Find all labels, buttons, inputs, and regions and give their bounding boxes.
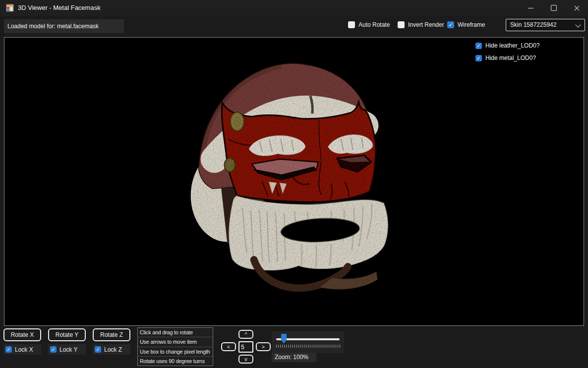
- strap-tail: [319, 271, 378, 289]
- help-line: Click and drag to rotate: [138, 328, 213, 337]
- auto-rotate-box[interactable]: [348, 21, 355, 28]
- lock-y-box[interactable]: [50, 346, 57, 353]
- facemask-3d-model: [4, 38, 584, 325]
- invert-render-label: Invert Render: [408, 21, 444, 28]
- maximize-icon: [551, 5, 557, 11]
- invert-render-checkbox[interactable]: Invert Render: [398, 21, 444, 28]
- lock-z-label: Lock Z: [104, 346, 122, 353]
- chevron-down-icon: [575, 22, 581, 27]
- move-down-button[interactable]: v: [238, 355, 253, 364]
- brass-rivet-small: [224, 158, 235, 172]
- loaded-model-label: Loaded model for: metal.facemask: [4, 19, 124, 33]
- move-up-button[interactable]: ^: [238, 330, 253, 339]
- hide-metal-box[interactable]: [475, 55, 482, 61]
- title-bar: 3D Viewer - Metal Facemask: [0, 0, 588, 16]
- hide-leather-box[interactable]: [475, 43, 482, 49]
- hide-leather-checkbox[interactable]: Hide leather_LOD0?: [475, 42, 539, 49]
- hide-metal-label: Hide metal_LOD0?: [485, 54, 536, 61]
- lock-z-checkbox[interactable]: Lock Z: [93, 344, 130, 355]
- minimize-button[interactable]: [519, 0, 542, 16]
- window-title: 3D Viewer - Metal Facemask: [18, 4, 101, 11]
- help-line: Use box to change pixel length: [138, 347, 213, 357]
- rotate-z-button[interactable]: Rotate Z: [93, 328, 130, 341]
- lock-x-label: Lock X: [15, 346, 33, 353]
- app-icon: [6, 4, 14, 12]
- zoom-slider-ticks: [276, 345, 340, 348]
- help-text-box: Click and drag to rotate Use arrows to m…: [137, 327, 213, 366]
- help-line: Rotate uses 90 degree turns: [138, 357, 213, 366]
- wireframe-label: Wireframe: [458, 21, 485, 28]
- minimize-icon: [528, 8, 533, 8]
- zoom-slider[interactable]: [272, 331, 344, 353]
- wireframe-checkbox[interactable]: Wireframe: [447, 21, 485, 28]
- rotate-y-button[interactable]: Rotate Y: [48, 328, 86, 341]
- move-right-button[interactable]: >: [256, 342, 271, 351]
- zoom-slider-thumb[interactable]: [281, 334, 287, 343]
- viewport-canvas[interactable]: Hide leather_LOD0? Hide metal_LOD0?: [4, 37, 584, 326]
- pixel-length-input[interactable]: [238, 341, 253, 353]
- lock-z-box[interactable]: [95, 346, 101, 353]
- wireframe-box[interactable]: [447, 21, 454, 28]
- help-line: Use arrows to move item: [138, 337, 213, 347]
- zoom-percent-label: Zoom: 100%: [272, 353, 316, 362]
- invert-render-box[interactable]: [398, 21, 405, 28]
- lock-x-checkbox[interactable]: Lock X: [3, 344, 41, 355]
- hide-metal-checkbox[interactable]: Hide metal_LOD0?: [475, 54, 536, 61]
- auto-rotate-checkbox[interactable]: Auto Rotate: [348, 21, 390, 28]
- close-icon: [574, 5, 580, 11]
- move-left-button[interactable]: <: [221, 342, 236, 351]
- maximize-button[interactable]: [542, 0, 565, 16]
- hide-leather-label: Hide leather_LOD0?: [485, 42, 539, 49]
- app-window: 3D Viewer - Metal Facemask Loaded model …: [0, 0, 588, 368]
- lock-x-box[interactable]: [5, 346, 12, 353]
- skin-dropdown-value: Skin 1587225942: [510, 21, 556, 28]
- rotate-x-button[interactable]: Rotate X: [3, 328, 41, 341]
- auto-rotate-label: Auto Rotate: [358, 21, 390, 28]
- lock-y-label: Lock Y: [59, 346, 77, 353]
- close-button[interactable]: [565, 0, 588, 16]
- skin-dropdown[interactable]: Skin 1587225942: [506, 19, 585, 31]
- lock-y-checkbox[interactable]: Lock Y: [48, 344, 86, 355]
